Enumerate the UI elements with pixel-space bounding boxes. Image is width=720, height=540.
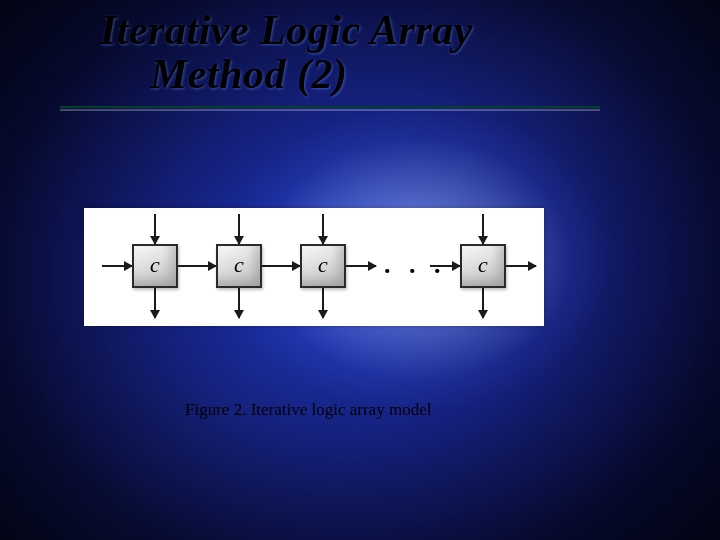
arrow-in-left-n [430, 265, 460, 267]
cell-1-label: c [150, 252, 160, 278]
title-underline [60, 106, 600, 108]
cell-n: c [460, 244, 506, 288]
arrow-link-2-3 [262, 265, 300, 267]
figure-panel: c c c . . . c [84, 208, 544, 326]
arrow-out-bottom-n [482, 288, 484, 318]
arrow-in-left-1 [102, 265, 132, 267]
title-line-1: Iterative Logic Array [100, 8, 620, 52]
cell-3-label: c [318, 252, 328, 278]
title-line-2: Method (2) [100, 52, 620, 96]
cell-n-label: c [478, 252, 488, 278]
arrow-in-top-n [482, 214, 484, 244]
arrow-in-top-2 [238, 214, 240, 244]
cell-3: c [300, 244, 346, 288]
slide-title: Iterative Logic Array Method (2) [100, 8, 620, 96]
iterative-logic-array-diagram: c c c . . . c [84, 208, 544, 326]
arrow-out-3 [346, 265, 376, 267]
cell-2: c [216, 244, 262, 288]
figure-caption: Figure 2. Iterative logic array model [185, 400, 431, 420]
arrow-link-1-2 [178, 265, 216, 267]
arrow-in-top-1 [154, 214, 156, 244]
arrow-out-right-n [506, 265, 536, 267]
cell-1: c [132, 244, 178, 288]
arrow-out-bottom-2 [238, 288, 240, 318]
arrow-out-bottom-1 [154, 288, 156, 318]
slide: Iterative Logic Array Method (2) c c c [0, 0, 720, 540]
arrow-in-top-3 [322, 214, 324, 244]
cell-2-label: c [234, 252, 244, 278]
arrow-out-bottom-3 [322, 288, 324, 318]
